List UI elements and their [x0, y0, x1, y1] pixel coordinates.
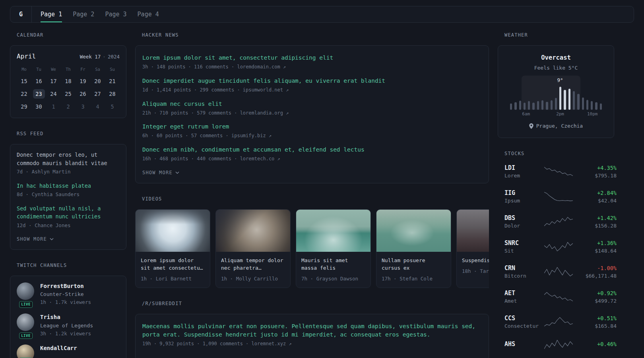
subreddit-widget: /R/SUBREDDIT Maecenas mollis pulvinar er…: [135, 301, 489, 358]
stock-price: $66,171.48: [573, 272, 617, 280]
stock-row[interactable]: DBS Dolor +1.42% $156.28: [498, 214, 614, 230]
rss-item-meta: 12d · Chance Jones: [17, 222, 120, 229]
video-title[interactable]: Mauris sit amet massa felis: [301, 257, 365, 272]
stock-row[interactable]: CRN Bitcorn -1.00% $66,171.48: [498, 264, 614, 280]
calendar-day: 28: [107, 89, 118, 99]
app-logo[interactable]: G: [19, 6, 31, 22]
rss-item-link[interactable]: Sed volutpat nulla nisl, a condimentum n…: [17, 204, 120, 221]
hn-story-link[interactable]: Aliquam nec cursus elit: [142, 100, 482, 108]
calendar-day: 15: [18, 76, 30, 86]
hn-story-meta[interactable]: 1d · 1,414 points · 299 comments · ipsum…: [142, 87, 482, 93]
hn-story-meta[interactable]: 3h · 148 points · 116 comments · loremdo…: [142, 64, 482, 70]
tab-page-2[interactable]: Page 2: [73, 6, 94, 22]
stock-values: +0.51% $165.84: [573, 314, 617, 330]
left-column: CALENDAR April Week 17·2024 Mo Tu We Th …: [10, 32, 126, 358]
hn-story-link[interactable]: Lorem ipsum dolor sit amet, consectetur …: [142, 54, 482, 62]
video-card[interactable]: Aliquam tempor dolor nec pharetra… 1h · …: [215, 209, 291, 288]
calendar-header: April Week 17·2024: [17, 52, 120, 61]
stock-sparkline: [544, 166, 573, 177]
hn-show-more-button[interactable]: SHOW MORE: [142, 170, 179, 175]
video-meta: 1h · Molly Carrillo: [221, 275, 285, 282]
hn-story-link[interactable]: Donec imperdiet augue tincidunt felis al…: [142, 77, 482, 85]
video-title[interactable]: Lorem ipsum dolor sit amet consectetu…: [141, 257, 205, 272]
dashboard-columns: CALENDAR April Week 17·2024 Mo Tu We Th …: [10, 32, 634, 358]
stock-change: +1.36%: [573, 239, 617, 247]
stock-change: +4.35%: [573, 164, 617, 172]
calendar-year: 2024: [108, 54, 120, 60]
channel-avatar: [17, 313, 34, 331]
calendar-day: 21: [107, 76, 118, 86]
stock-id: CCS Consectetur: [504, 314, 544, 330]
hn-story-link[interactable]: Integer eget rutrum lorem: [142, 123, 482, 131]
video-body: Aliquam tempor dolor nec pharetra… 1h · …: [216, 252, 290, 288]
rss-item-link[interactable]: Donec tempor eros leo, ut commodo mauris…: [17, 151, 120, 167]
weather-location-label: Prague, Czechia: [536, 123, 583, 130]
calendar-day: 19: [77, 76, 89, 86]
tab-page-1[interactable]: Page 1: [41, 6, 62, 22]
reddit-post-meta[interactable]: 19h · 9,932 points · 1,090 comments · lo…: [142, 340, 482, 347]
hn-story-meta[interactable]: 21h · 710 points · 579 comments · loreml…: [142, 110, 482, 117]
calendar-grid: 15 16 17 18 19 20 21 22 23 24 25 26 27 2…: [17, 76, 120, 111]
rss-show-more-button[interactable]: SHOW MORE: [17, 236, 54, 242]
stock-price: $499.72: [573, 298, 617, 305]
twitch-channel[interactable]: LIVE ForrestBurton Counter-Strike 1h · 1…: [17, 282, 120, 306]
channel-viewers: 1h · 1.7k viewers: [40, 299, 91, 306]
stock-row[interactable]: AET Amet +0.92% $499.72: [498, 289, 614, 305]
twitch-section-title: TWITCH CHANNELS: [17, 263, 126, 268]
video-title[interactable]: Aliquam tempor dolor nec pharetra…: [221, 257, 285, 272]
video-card[interactable]: Lorem ipsum dolor sit amet consectetu… 1…: [135, 209, 210, 288]
channel-viewers: 3h · 1.2k viewers: [40, 330, 93, 337]
video-card[interactable]: Mauris sit amet massa felis 7h · Grayson…: [296, 209, 371, 288]
video-thumbnail[interactable]: [457, 210, 489, 252]
channel-avatar: [17, 282, 34, 300]
video-thumbnail[interactable]: [216, 210, 290, 252]
page-tabs: Page 1 Page 2 Page 3 Page 4: [41, 6, 159, 22]
middle-column: HACKER NEWS Lorem ipsum dolor sit amet, …: [135, 32, 489, 358]
channel-avatar-wrap: LIVE: [17, 282, 35, 306]
weather-feels-like: Feels like 5°C: [504, 64, 607, 72]
hn-story-meta[interactable]: 16h · 468 points · 440 comments · loremt…: [142, 156, 482, 162]
weather-location: Prague, Czechia: [529, 123, 583, 130]
calendar-day-next-month: 3: [77, 102, 89, 111]
video-thumbnail[interactable]: [296, 210, 370, 252]
stock-symbol: DBS: [504, 214, 544, 222]
hn-story-link[interactable]: Donec enim nibh, condimentum et accumsan…: [142, 146, 482, 154]
hn-story-meta[interactable]: 6h · 60 points · 57 comments · ipsumify.…: [142, 132, 482, 139]
calendar-day: 30: [33, 102, 45, 111]
twitch-channel[interactable]: LIVE KendallCarr: [17, 344, 120, 358]
twitch-channel[interactable]: LIVE Trisha League of Legends 3h · 1.2k …: [17, 313, 120, 337]
video-thumbnail[interactable]: [136, 210, 210, 252]
stock-values: +2.84% $42.04: [573, 189, 617, 204]
video-thumbnail[interactable]: [376, 210, 451, 252]
tab-page-3[interactable]: Page 3: [105, 6, 126, 22]
channel-name[interactable]: ForrestBurton: [40, 282, 91, 290]
stock-row[interactable]: LDI Lorem +4.35% $795.18: [498, 164, 614, 179]
stock-name: Consectetur: [504, 323, 544, 330]
stock-name: Ipsum: [504, 197, 544, 204]
live-badge: LIVE: [19, 301, 33, 308]
weather-peak-temperature: 9°: [557, 77, 563, 84]
rss-panel: Donec tempor eros leo, ut commodo mauris…: [10, 144, 126, 250]
channel-info: Trisha League of Legends 3h · 1.2k viewe…: [40, 313, 93, 337]
video-card[interactable]: Suspendisse diam 18h · Tara: [456, 209, 489, 288]
topbar-divider: [31, 6, 32, 22]
rss-item-link[interactable]: In hac habitasse platea: [17, 182, 120, 190]
video-card[interactable]: Nullam posuere cursus ex 17h · Stefan Co…: [376, 209, 451, 288]
reddit-post-link[interactable]: Maecenas mollis pulvinar erat non posuer…: [142, 322, 482, 339]
channel-name[interactable]: KendallCarr: [40, 344, 77, 352]
video-title[interactable]: Suspendisse diam: [462, 257, 489, 264]
stock-row[interactable]: CCS Consectetur +0.51% $165.84: [498, 314, 614, 330]
weather-time-axis: 6am 2pm 10pm: [509, 111, 603, 117]
calendar-week: Week 17: [80, 54, 101, 60]
hn-story: Aliquam nec cursus elit 21h · 710 points…: [142, 100, 482, 117]
stock-values: -1.00% $66,171.48: [573, 264, 617, 280]
video-title[interactable]: Nullam posuere cursus ex: [382, 257, 446, 272]
video-body: Mauris sit amet massa felis 7h · Grayson…: [296, 252, 370, 288]
channel-name[interactable]: Trisha: [40, 313, 93, 321]
tab-page-4[interactable]: Page 4: [138, 6, 159, 22]
calendar-panel: April Week 17·2024 Mo Tu We Th Fr Sa Su: [10, 45, 126, 118]
stock-row[interactable]: IIG Ipsum +2.84% $42.04: [498, 189, 614, 204]
stock-row[interactable]: AHS +0.46%: [498, 339, 614, 350]
video-body: Nullam posuere cursus ex 17h · Stefan Co…: [376, 252, 451, 288]
stock-row[interactable]: SNRC Sit +1.36% $148.64: [498, 239, 614, 255]
